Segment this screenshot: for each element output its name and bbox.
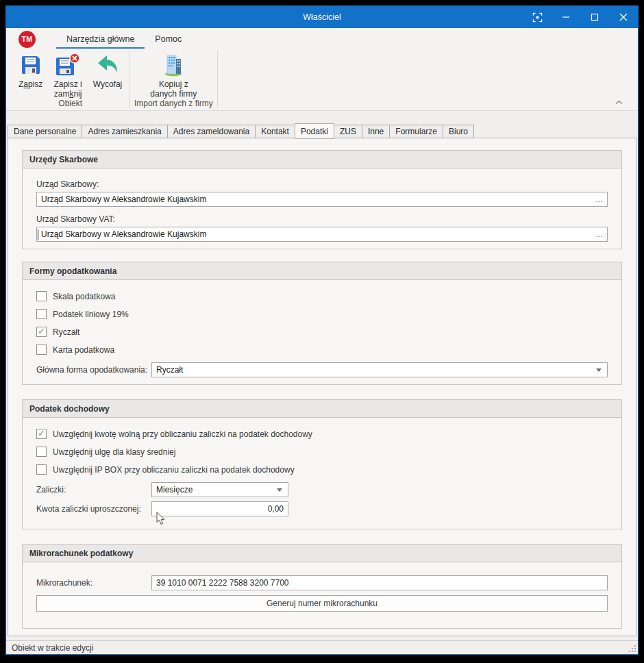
page-tab-strip: Dane personalne Adres zamieszkania Adres…	[8, 123, 473, 138]
undo-button[interactable]: Wycofaj	[88, 50, 128, 89]
close-button[interactable]	[609, 6, 638, 28]
copy-from-company-button[interactable]: Kopiuj zdanych firmy	[145, 50, 202, 99]
checkbox-icon[interactable]	[36, 291, 47, 301]
tab-adres-zameldowania[interactable]: Adres zameldowania	[167, 125, 256, 138]
copy-from-company-label: Kopiuj zdanych firmy	[150, 79, 197, 99]
checkbox-ulga-klasa-srednia[interactable]: Uwzględnij ulgę dla klasy średniej	[36, 447, 608, 457]
owner-window: Właściciel	[5, 5, 639, 655]
section-title: Mikrorachunek podatkowy	[23, 545, 621, 562]
ribbon: TM Narzędzia główne Pomoc	[6, 28, 638, 111]
urzad-skarbowy-label: Urząd Skarbowy:	[36, 179, 608, 189]
status-text: Obiekt w trakcie edycji	[12, 643, 93, 653]
checkbox-icon[interactable]	[36, 429, 47, 439]
checkbox-skala-podatkowa[interactable]: Skala podatkowa	[36, 291, 608, 301]
tab-zus[interactable]: ZUS	[334, 125, 362, 138]
text-caret	[38, 229, 38, 240]
zaliczki-label: Zaliczki:	[36, 485, 151, 495]
ribbon-collapse-button[interactable]	[615, 95, 623, 108]
window-controls	[523, 6, 638, 28]
tab-dane-personalne[interactable]: Dane personalne	[8, 125, 82, 138]
urzad-skarbowy-vat-label: Urząd Skarbowy VAT:	[36, 214, 608, 224]
generate-microaccount-button[interactable]: Generuj numer mikrorachunku	[36, 595, 608, 612]
focus-icon	[532, 12, 543, 23]
zaliczki-combobox[interactable]: Miesięcze	[151, 482, 288, 497]
tab-adres-zamieszkania[interactable]: Adres zamieszkania	[82, 125, 167, 138]
save-close-label: Zapisz i zamknij	[53, 79, 82, 99]
checkbox-ip-box[interactable]: Uwzględnij IP BOX przy obliczaniu zalicz…	[36, 464, 608, 475]
kwota-zaliczki-label: Kwota zaliczki uproszczonej:	[36, 504, 151, 514]
tab-content-panel: Urzędy Skarbowe Urząd Skarbowy: Urząd Sk…	[8, 138, 636, 636]
urzad-skarbowy-field[interactable]: Urząd Skarbowy w Aleksandrowie Kujawskim…	[36, 192, 608, 207]
close-icon	[619, 12, 628, 22]
minimize-icon	[562, 13, 570, 21]
status-bar: Obiekt w trakcie edycji	[6, 640, 638, 654]
checkbox-icon[interactable]	[36, 464, 47, 475]
minimize-button[interactable]	[552, 6, 580, 28]
urzad-skarbowy-vat-field[interactable]: Urząd Skarbowy w Aleksandrowie Kujawskim…	[36, 227, 608, 242]
glowna-forma-combobox[interactable]: Ryczałt	[151, 362, 608, 377]
ribbon-separator	[129, 51, 129, 108]
ribbon-separator	[217, 51, 218, 108]
kwota-zaliczki-field[interactable]: 0,00	[151, 501, 288, 516]
section-podatek-dochodowy: Podatek dochodowy Uwzględnij kwotę wolną…	[22, 399, 622, 529]
save-icon	[20, 53, 42, 77]
ribbon-tab-help[interactable]: Pomoc	[145, 30, 192, 49]
section-title: Podatek dochodowy	[23, 400, 621, 418]
ribbon-body: Zapisz	[6, 50, 638, 109]
ribbon-group-import: Kopiuj zdanych firmy Import danych z fir…	[131, 50, 216, 109]
title-bar: Właściciel	[6, 6, 638, 28]
mikrorachunek-label: Mikrorachunek:	[36, 578, 151, 588]
tab-kontakt[interactable]: Kontakt	[255, 125, 295, 138]
section-title: Formy opodatkowania	[23, 262, 621, 280]
checkbox-karta-podatkowa[interactable]: Karta podatkowa	[36, 345, 608, 355]
ribbon-tab-strip: TM Narzędzia główne Pomoc	[6, 28, 638, 50]
section-formy-opodatkowania: Formy opodatkowania Skala podatkowa Poda…	[22, 262, 622, 385]
section-mikrorachunek: Mikrorachunek podatkowy Mikrorachunek: 3…	[22, 544, 622, 629]
company-building-icon	[161, 53, 186, 77]
ribbon-group-object: Zapisz	[13, 50, 127, 109]
tab-podatki[interactable]: Podatki	[295, 123, 334, 139]
glowna-forma-label: Główna forma opodatkowania:	[36, 365, 151, 375]
section-title: Urzędy Skarbowe	[23, 151, 621, 168]
save-label: Zapisz	[18, 79, 42, 89]
undo-icon	[96, 53, 119, 77]
maximize-button[interactable]	[580, 6, 609, 28]
ellipsis-button[interactable]: …	[591, 230, 603, 238]
ellipsis-button[interactable]: …	[591, 195, 603, 203]
section-urzedy-skarbowe: Urzędy Skarbowe Urząd Skarbowy: Urząd Sk…	[22, 150, 622, 249]
checkbox-podatek-liniowy[interactable]: Podatek liniowy 19%	[36, 309, 608, 319]
tab-biuro[interactable]: Biuro	[443, 125, 474, 138]
checkbox-icon[interactable]	[36, 327, 47, 337]
main-area: Dane personalne Adres zamieszkania Adres…	[6, 111, 638, 640]
ribbon-group-label-import: Import danych z firmy	[131, 99, 216, 110]
ribbon-group-label-object: Obiekt	[13, 99, 127, 110]
chevron-down-icon	[596, 368, 602, 372]
checkbox-icon[interactable]	[36, 345, 47, 355]
app-logo[interactable]: TM	[18, 31, 36, 48]
checkbox-kwota-wolna[interactable]: Uwzględnij kwotę wolną przy obliczaniu z…	[36, 429, 608, 439]
maximize-icon	[591, 13, 599, 21]
save-and-close-button[interactable]: Zapisz i zamknij	[48, 50, 87, 99]
chevron-up-icon	[615, 95, 623, 107]
mikrorachunek-field[interactable]: 39 1010 0071 2222 7588 3200 7700	[151, 575, 608, 590]
chevron-down-icon	[277, 488, 282, 492]
checkbox-icon[interactable]	[36, 309, 47, 319]
save-close-icon	[54, 53, 82, 77]
checkbox-ryczalt[interactable]: Ryczałt	[36, 327, 608, 337]
tab-formularze[interactable]: Formularze	[389, 125, 443, 138]
focus-mode-button[interactable]	[523, 6, 552, 28]
tab-inne[interactable]: Inne	[362, 125, 390, 138]
checkbox-icon[interactable]	[36, 447, 47, 457]
save-button[interactable]: Zapisz	[13, 50, 48, 89]
undo-label: Wycofaj	[93, 79, 123, 89]
resize-grip-icon[interactable]	[629, 645, 636, 652]
ribbon-tab-home[interactable]: Narzędzia główne	[56, 30, 145, 49]
